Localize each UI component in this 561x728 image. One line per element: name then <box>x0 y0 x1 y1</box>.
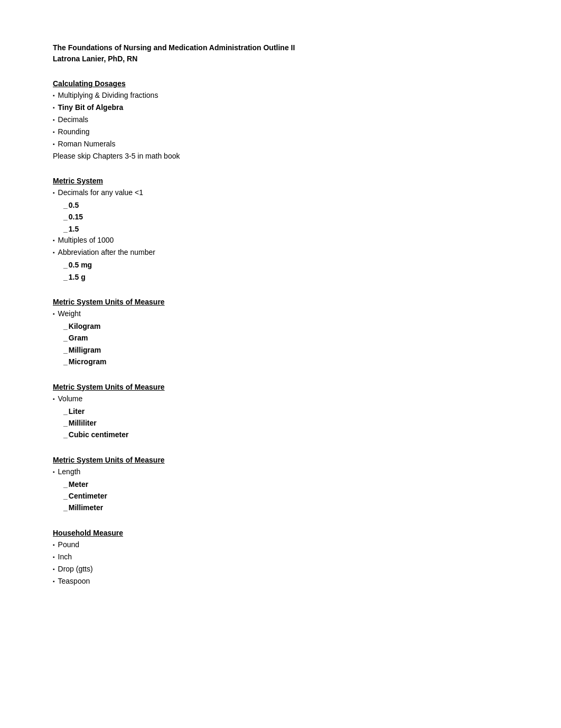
sub-item: _Gram <box>63 332 508 344</box>
header-block: The Foundations of Nursing and Medicatio… <box>53 42 508 64</box>
section-title-calculating-dosages: Calculating Dosages <box>53 79 508 88</box>
bullet-icon: ▪ <box>53 128 55 136</box>
bullet-icon: ▪ <box>53 468 55 476</box>
section-title-metric-units-length: Metric System Units of Measure <box>53 456 508 464</box>
sub-item: _1.5 <box>63 223 508 235</box>
sub-item-prefix: _ <box>63 273 68 281</box>
sub-item-prefix: _ <box>63 419 68 427</box>
sub-item: _Milliliter <box>63 417 508 429</box>
list-item: ▪Decimals <box>53 114 508 125</box>
sub-item-text: Liter <box>69 407 85 416</box>
list-item: ▪Drop (gtts) <box>53 564 508 575</box>
sub-item: _Liter <box>63 406 508 417</box>
sub-item-text: Cubic centimeter <box>69 430 129 439</box>
list-item: ▪Weight <box>53 308 508 319</box>
sub-item: _1.5 g <box>63 271 508 283</box>
section-household-measure: Household Measure▪Pound▪Inch▪Drop (gtts)… <box>53 529 508 587</box>
sub-item: _Kilogram <box>63 320 508 332</box>
sub-item: _Meter <box>63 478 508 490</box>
sub-item-text: Milliliter <box>69 419 97 427</box>
section-metric-system: Metric System▪Decimals for any value <1_… <box>53 177 508 283</box>
list-item-text: Pound <box>58 539 79 550</box>
sub-item-prefix: _ <box>63 407 68 416</box>
list-item: ▪Rounding <box>53 126 508 137</box>
sub-item-prefix: _ <box>63 322 68 330</box>
section-calculating-dosages: Calculating Dosages▪Multiplying & Dividi… <box>53 79 508 162</box>
bullet-icon: ▪ <box>53 310 55 318</box>
list-item-text: Weight <box>58 308 81 319</box>
list-item: ▪Teaspoon <box>53 576 508 587</box>
list-item: ▪Decimals for any value <1 <box>53 187 508 198</box>
bullet-icon: ▪ <box>53 577 55 585</box>
section-metric-units-weight: Metric System Units of Measure▪Weight_Ki… <box>53 298 508 368</box>
section-title-household-measure: Household Measure <box>53 529 508 537</box>
list-item: ▪Volume <box>53 393 508 404</box>
bullet-icon: ▪ <box>53 91 55 99</box>
sub-item-text: 1.5 g <box>69 273 86 281</box>
sub-item-text: Kilogram <box>69 322 101 330</box>
bullet-icon: ▪ <box>53 248 55 256</box>
sub-item: _0.5 mg <box>63 259 508 271</box>
list-item-text: Inch <box>58 551 72 563</box>
section-footer-calculating-dosages: Please skip Chapters 3-5 in math book <box>53 151 508 162</box>
sub-item-prefix: _ <box>63 334 68 342</box>
bullet-icon: ▪ <box>53 140 55 148</box>
section-metric-units-length: Metric System Units of Measure▪Length_Me… <box>53 456 508 514</box>
bullet-icon: ▪ <box>53 189 55 197</box>
list-item: ▪Roman Numerals <box>53 139 508 150</box>
header-title-line1: The Foundations of Nursing and Medicatio… <box>53 42 508 53</box>
sub-item: _0.5 <box>63 199 508 211</box>
sub-item-text: 0.5 mg <box>69 261 92 269</box>
sub-item: _Millimeter <box>63 502 508 513</box>
list-item-text: Multiplying & Dividing fractions <box>58 90 158 101</box>
sub-item-text: Centimeter <box>69 492 107 500</box>
list-item-text: Teaspoon <box>58 576 90 587</box>
list-item: ▪Length <box>53 466 508 477</box>
sub-item-text: Gram <box>69 334 88 342</box>
sub-item-prefix: _ <box>63 357 68 366</box>
sub-item: _Centimeter <box>63 490 508 502</box>
sub-item-text: Milligram <box>69 346 101 354</box>
header-title-line2: Latrona Lanier, PhD, RN <box>53 53 508 64</box>
sub-item-text: Microgram <box>69 357 107 366</box>
list-item-text: Decimals for any value <1 <box>58 187 143 198</box>
sub-item: _Milligram <box>63 344 508 356</box>
list-item-text: Tiny Bit of Algebra <box>58 102 124 113</box>
bullet-icon: ▪ <box>53 116 55 124</box>
list-item-text: Drop (gtts) <box>58 564 93 575</box>
sub-item-prefix: _ <box>63 430 68 439</box>
list-item: ▪Pound <box>53 539 508 550</box>
list-item: ▪Inch <box>53 551 508 563</box>
sub-item: _Cubic centimeter <box>63 429 508 440</box>
sub-item-prefix: _ <box>63 225 68 233</box>
sub-item-prefix: _ <box>63 213 68 221</box>
sub-item-text: 0.5 <box>69 201 79 209</box>
bullet-icon: ▪ <box>53 565 55 573</box>
section-metric-units-volume: Metric System Units of Measure▪Volume_Li… <box>53 383 508 441</box>
sub-item-prefix: _ <box>63 492 68 500</box>
sub-item-prefix: _ <box>63 480 68 489</box>
sub-item: _0.15 <box>63 211 508 223</box>
list-item-text: Volume <box>58 393 83 404</box>
list-item: ▪Multiplying & Dividing fractions <box>53 90 508 101</box>
bullet-icon: ▪ <box>53 104 55 112</box>
list-item-text: Length <box>58 466 81 477</box>
bullet-icon: ▪ <box>53 236 55 244</box>
list-item-text: Decimals <box>58 114 89 125</box>
sub-item: _Microgram <box>63 356 508 367</box>
sub-item-text: Millimeter <box>69 503 103 512</box>
sub-item-prefix: _ <box>63 346 68 354</box>
section-title-metric-units-weight: Metric System Units of Measure <box>53 298 508 306</box>
list-item: ▪Multiples of 1000 <box>53 235 508 246</box>
sub-item-prefix: _ <box>63 503 68 512</box>
list-item: ▪Tiny Bit of Algebra <box>53 102 508 113</box>
sub-item-prefix: _ <box>63 201 68 209</box>
sub-item-prefix: _ <box>63 261 68 269</box>
sub-item-text: 0.15 <box>69 213 83 221</box>
sub-item-text: Meter <box>69 480 88 489</box>
sections-container: Calculating Dosages▪Multiplying & Dividi… <box>53 79 508 587</box>
list-item-text: Abbreviation after the number <box>58 247 155 258</box>
section-title-metric-units-volume: Metric System Units of Measure <box>53 383 508 391</box>
list-item-text: Roman Numerals <box>58 139 116 150</box>
section-title-metric-system: Metric System <box>53 177 508 185</box>
